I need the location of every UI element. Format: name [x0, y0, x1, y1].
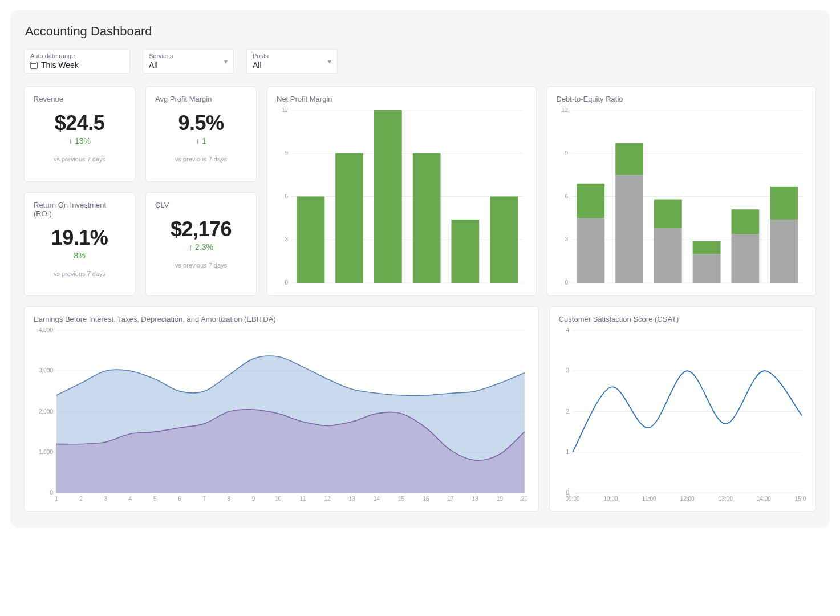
kpi-label: CLV: [155, 201, 247, 209]
svg-rect-13: [413, 153, 441, 283]
svg-text:4: 4: [566, 328, 569, 333]
svg-text:14: 14: [374, 496, 380, 502]
kpi-grid: Revenue $24.5 13% vs previous 7 days Avg…: [24, 86, 257, 296]
svg-text:09:00: 09:00: [565, 496, 579, 502]
svg-rect-10: [297, 197, 324, 283]
filter-date-range[interactable]: Auto date range This Week: [24, 49, 130, 74]
svg-text:15: 15: [398, 496, 405, 502]
kpi-revenue-card: Revenue $24.5 13% vs previous 7 days: [24, 86, 135, 182]
svg-text:19: 19: [497, 496, 504, 502]
filter-label: Services: [149, 53, 228, 59]
calendar-icon: [30, 62, 38, 69]
chart-title: Customer Satisfaction Score (CSAT): [559, 315, 806, 323]
svg-text:16: 16: [423, 496, 429, 502]
svg-text:8: 8: [228, 496, 231, 502]
dashboard: Accounting Dashboard Auto date range Thi…: [10, 10, 830, 528]
filter-label: Posts: [253, 53, 331, 59]
svg-text:1: 1: [55, 496, 58, 502]
svg-rect-12: [374, 110, 402, 283]
svg-text:9: 9: [252, 496, 255, 502]
svg-text:20: 20: [521, 496, 528, 502]
chart-ebitda: Earnings Before Interest, Taxes, Depreci…: [24, 306, 539, 512]
filter-services[interactable]: Services All ▾: [143, 49, 234, 74]
svg-text:5: 5: [153, 496, 157, 502]
kpi-delta: 2.3%: [155, 242, 247, 252]
chevron-down-icon: ▾: [328, 58, 331, 66]
kpi-label: Avg Profit Margin: [155, 95, 247, 103]
svg-text:0: 0: [565, 279, 568, 286]
svg-text:3: 3: [566, 367, 569, 374]
svg-text:3: 3: [565, 236, 568, 242]
svg-rect-15: [490, 197, 518, 283]
chart-net-profit-margin: Net Profit Margin 036912: [267, 86, 537, 296]
svg-text:1,000: 1,000: [39, 449, 53, 455]
kpi-subtitle: vs previous 7 days: [155, 156, 247, 163]
kpi-roi-card: Return On Investment (ROI) 19.1% 8% vs p…: [24, 192, 135, 297]
filter-value: All: [253, 60, 262, 70]
svg-rect-30: [654, 228, 681, 283]
page-title: Accounting Dashboard: [25, 24, 816, 39]
filter-posts[interactable]: Posts All ▾: [246, 49, 338, 74]
svg-rect-11: [335, 153, 363, 283]
svg-text:13: 13: [349, 496, 356, 502]
svg-text:11:00: 11:00: [642, 496, 656, 502]
kpi-profit-margin-card: Avg Profit Margin 9.5% 1 vs previous 7 d…: [145, 86, 257, 182]
svg-text:2: 2: [79, 496, 83, 502]
kpi-clv-card: CLV $2,176 2.3% vs previous 7 days: [145, 192, 257, 297]
svg-text:4,000: 4,000: [39, 328, 53, 333]
svg-text:6: 6: [285, 193, 288, 200]
svg-rect-29: [615, 143, 643, 175]
svg-rect-34: [731, 234, 759, 283]
chart-title: Debt-to-Equity Ratio: [557, 95, 807, 103]
chart-canvas: 036912: [277, 108, 527, 290]
svg-rect-35: [731, 209, 759, 234]
svg-text:10:00: 10:00: [603, 496, 618, 502]
svg-text:13:00: 13:00: [718, 496, 732, 502]
svg-text:12:00: 12:00: [680, 496, 694, 502]
svg-rect-27: [577, 184, 604, 218]
arrow-up-icon: [68, 136, 75, 145]
svg-text:2,000: 2,000: [39, 408, 53, 415]
svg-rect-28: [615, 175, 643, 283]
svg-text:6: 6: [565, 193, 568, 200]
chevron-down-icon: ▾: [224, 58, 228, 66]
chart-canvas: 0123409:0010:0011:0012:0013:0014:0015:00: [559, 328, 806, 505]
filter-bar: Auto date range This Week Services All ▾…: [24, 49, 816, 74]
kpi-subtitle: vs previous 7 days: [34, 270, 125, 277]
svg-text:7: 7: [202, 496, 206, 502]
kpi-subtitle: vs previous 7 days: [155, 262, 247, 269]
svg-text:11: 11: [299, 496, 306, 502]
kpi-value: $2,176: [155, 217, 247, 241]
filter-value: This Week: [41, 60, 79, 70]
svg-text:10: 10: [275, 496, 282, 502]
filter-value: All: [149, 60, 158, 70]
arrow-up-icon: [189, 242, 195, 252]
chart-title: Net Profit Margin: [277, 95, 527, 103]
svg-rect-37: [770, 187, 798, 220]
svg-text:9: 9: [565, 150, 568, 156]
kpi-label: Return On Investment (ROI): [34, 201, 125, 218]
svg-text:3,000: 3,000: [39, 367, 53, 374]
svg-text:1: 1: [566, 449, 569, 455]
svg-rect-32: [692, 254, 720, 283]
svg-rect-31: [654, 200, 681, 229]
svg-text:12: 12: [324, 496, 331, 502]
chart-debt-to-equity: Debt-to-Equity Ratio 036912: [547, 86, 817, 296]
svg-text:18: 18: [472, 496, 479, 502]
svg-text:0: 0: [50, 489, 53, 496]
kpi-label: Revenue: [34, 95, 125, 103]
svg-text:12: 12: [282, 108, 289, 113]
kpi-value: 19.1%: [34, 226, 125, 250]
chart-title: Earnings Before Interest, Taxes, Depreci…: [34, 315, 529, 323]
svg-text:3: 3: [285, 236, 288, 242]
kpi-delta: 8%: [34, 251, 125, 260]
svg-text:2: 2: [566, 408, 569, 415]
kpi-delta: 1: [155, 136, 247, 145]
kpi-delta: 13%: [34, 136, 125, 145]
svg-rect-36: [770, 220, 798, 283]
chart-csat: Customer Satisfaction Score (CSAT) 01234…: [549, 306, 816, 512]
chart-canvas: 01,0002,0003,0004,0001234567891011121314…: [34, 328, 529, 505]
filter-label: Auto date range: [30, 53, 124, 59]
svg-text:0: 0: [566, 489, 569, 496]
svg-text:6: 6: [178, 496, 181, 502]
